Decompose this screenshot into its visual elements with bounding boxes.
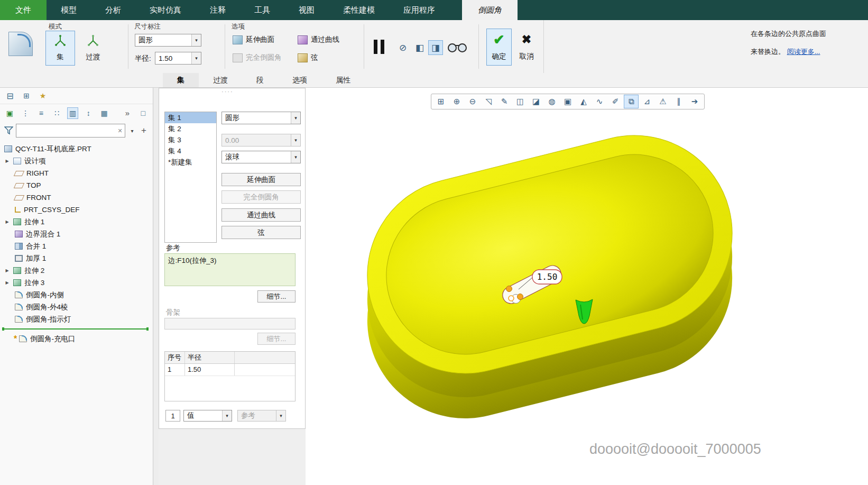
panel-drag-handle[interactable]: ···· <box>221 88 234 95</box>
attached-preview-icon[interactable]: ◨ <box>428 40 443 55</box>
list-view-icon[interactable]: ≡ <box>36 107 47 119</box>
tab-properties[interactable]: 属性 <box>321 73 365 87</box>
creation-method-select[interactable]: 滚球 ▾ <box>221 151 301 163</box>
insertion-locator[interactable] <box>2 328 149 330</box>
menu-tab-annotate[interactable]: 注释 <box>196 0 240 20</box>
render-style-icon[interactable]: ◭ <box>576 95 591 108</box>
set-item-new[interactable]: *新建集 <box>165 157 216 168</box>
tab-sets[interactable]: 集 <box>163 73 199 87</box>
menu-file-button[interactable]: 文件 <box>0 0 47 20</box>
through-curve-button[interactable]: 通过曲线 <box>221 208 301 222</box>
mode-transitions-button[interactable]: 过渡 <box>78 31 108 66</box>
tab-transitions[interactable]: 过渡 <box>199 73 242 87</box>
dimension-label[interactable]: 1.50 <box>532 270 562 284</box>
refit-icon[interactable]: ◹ <box>481 95 496 108</box>
chevron-down-icon[interactable]: ▾ <box>191 52 201 64</box>
set-item-1[interactable]: 集 1 <box>165 112 216 123</box>
menu-tab-live-simulation[interactable]: 实时仿真 <box>135 0 196 20</box>
radius-row[interactable]: 1 1.50 <box>165 364 295 376</box>
chevron-down-icon[interactable]: ▾ <box>191 34 201 46</box>
sketch-display-icon[interactable]: ∿ <box>592 95 607 108</box>
tree-item-extrude-1[interactable]: ▶ 拉伸 1 <box>0 216 153 228</box>
zoom-out-icon[interactable]: ⊖ <box>465 95 480 108</box>
radius-combobox[interactable]: 1.50 ▾ <box>155 52 201 65</box>
appearance-icon[interactable]: ◍ <box>544 95 559 108</box>
sort-icon[interactable]: ↕ <box>83 107 94 119</box>
read-more-link[interactable]: 阅读更多... <box>787 47 820 57</box>
extend-surface-button[interactable]: 延伸曲面 <box>221 173 301 186</box>
capture-icon[interactable]: ▣ <box>560 95 575 108</box>
graphics-area[interactable]: ⊞ ⊕ ⊖ ◹ ✎ ◫ ◪ ◍ ▣ ◭ ∿ ✐ ⧉ ⊿ ⚠ ∥ ➔ <box>306 88 868 485</box>
reference-details-button[interactable]: 细节... <box>257 290 296 303</box>
expand-arrow-icon[interactable]: ▶ <box>4 280 10 285</box>
set-item-2[interactable]: 集 2 <box>165 123 216 134</box>
menu-tab-applications[interactable]: 应用程序 <box>389 0 449 20</box>
tree-item-extrude-2[interactable]: ▶ 拉伸 2 <box>0 264 153 277</box>
chord-button[interactable]: 弦 <box>221 226 301 239</box>
datum-display-icon[interactable]: ⊿ <box>640 95 654 108</box>
section-view-icon[interactable]: ◪ <box>529 95 543 108</box>
tree-item-right-plane[interactable]: RIGHT <box>0 167 153 179</box>
drag-handle-ring[interactable] <box>509 296 514 301</box>
feature-preview-icon[interactable]: ◧ <box>412 40 427 55</box>
extend-surface-option[interactable]: 延伸曲面 <box>233 35 274 44</box>
tab-options[interactable]: 选项 <box>278 73 321 87</box>
pause-small-icon[interactable]: ∥ <box>671 95 686 108</box>
menu-tab-round-contextual[interactable]: 倒圆角 <box>462 0 518 20</box>
tree-item-csys[interactable]: PRT_CSYS_DEF <box>0 204 153 216</box>
drag-handle[interactable] <box>506 286 512 292</box>
value-type-select[interactable]: 值 ▾ <box>183 410 232 422</box>
expand-arrow-icon[interactable]: ▶ <box>4 219 10 224</box>
menu-tab-model[interactable]: 模型 <box>47 0 91 20</box>
selection-filter-icon[interactable]: ⧉ <box>624 95 639 108</box>
menu-tab-analysis[interactable]: 分析 <box>91 0 135 20</box>
pause-button[interactable] <box>369 36 389 57</box>
menu-tab-flexible-modeling[interactable]: 柔性建模 <box>329 0 389 20</box>
menu-tab-tools[interactable]: 工具 <box>240 0 284 20</box>
tree-item-round-charging-port[interactable]: * 倒圆角-充电口 <box>0 333 153 345</box>
tree-settings-icon[interactable]: ▣ <box>4 107 15 119</box>
tab-pieces[interactable]: 段 <box>242 73 278 87</box>
tree-item-front-plane[interactable]: FRONT <box>0 191 153 204</box>
detail-list-icon[interactable]: ∷ <box>51 107 62 119</box>
annotation-display-icon[interactable]: ✐ <box>608 95 623 108</box>
chevron-down-icon[interactable]: ▾ <box>291 112 300 124</box>
tree-item-top-plane[interactable]: TOP <box>0 179 153 191</box>
tree-columns-icon[interactable]: ▥ <box>67 107 78 119</box>
expand-arrow-icon[interactable]: ▶ <box>4 268 10 273</box>
drag-handle[interactable] <box>518 294 523 300</box>
mode-sets-button[interactable]: 集 <box>45 31 75 66</box>
no-preview-icon[interactable]: ⊘ <box>395 40 410 55</box>
zoom-window-icon[interactable]: ⊞ <box>433 95 448 108</box>
tree-table-icon[interactable]: ▦ <box>99 107 110 119</box>
round-shape-select[interactable]: 圆形 ▾ <box>135 34 201 47</box>
display-style-icon[interactable]: ◫ <box>513 95 528 108</box>
chevron-down-icon[interactable]: ▾ <box>222 410 232 421</box>
tree-item-round-indicator[interactable]: 倒圆角-指示灯 <box>0 313 153 325</box>
page-icon[interactable]: □ <box>137 107 149 119</box>
tree-item-part-root[interactable]: QCY-T11-耳机底座.PRT <box>0 143 153 155</box>
folder-browser-icon[interactable]: ⊞ <box>21 90 32 102</box>
tree-item-merge-1[interactable]: 合并 1 <box>0 240 153 252</box>
radius-row-value[interactable]: 1.50 <box>185 364 235 376</box>
tree-item-extrude-3[interactable]: ▶ 拉伸 3 <box>0 277 153 289</box>
chord-option[interactable]: 弦 <box>298 53 318 62</box>
section-shape-select[interactable]: 圆形 ▾ <box>221 112 301 124</box>
add-filter-icon[interactable]: + <box>139 125 149 136</box>
expand-arrow-icon[interactable]: ▶ <box>4 159 10 163</box>
tree-item-design-items[interactable]: ▶ 设计项 <box>0 155 153 167</box>
reference-item[interactable]: 边:F10(拉伸_3) <box>168 257 217 264</box>
filter-funnel-icon[interactable] <box>4 126 13 135</box>
more-tools-chevrons[interactable]: » <box>122 107 133 119</box>
tree-item-round-inner[interactable]: 倒圆角-内侧 <box>0 289 153 301</box>
model-tree-toggle-icon[interactable]: ⊟ <box>4 90 16 102</box>
resume-icon[interactable]: ➔ <box>687 95 702 108</box>
tree-item-round-outer4[interactable]: 倒圆角-外4棱 <box>0 301 153 313</box>
set-item-3[interactable]: 集 3 <box>165 134 216 145</box>
verify-glasses-icon[interactable] <box>447 43 467 52</box>
ok-button[interactable]: ✔ 确定 <box>486 29 512 66</box>
favorites-icon[interactable]: ★ <box>37 90 49 102</box>
search-options-chevron[interactable]: ▾ <box>128 125 136 136</box>
kebab-menu-icon[interactable]: ⋮ <box>20 107 31 119</box>
clear-search-icon[interactable]: ✕ <box>115 127 125 134</box>
